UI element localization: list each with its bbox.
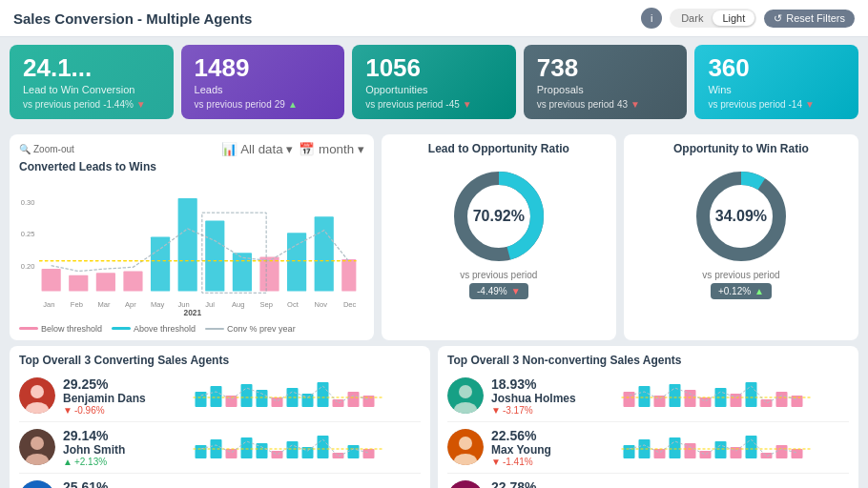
kpi-value: 24.1...: [23, 54, 160, 82]
svg-rect-43: [272, 397, 283, 407]
mini-chart: [156, 481, 421, 488]
arrow-up-icon: ▲: [288, 99, 298, 110]
bottom-area: Top Overall 3 Converting Sales Agents 29…: [0, 346, 868, 488]
agent-pct: 22.78%: [491, 479, 577, 488]
agent-name: John Smith: [63, 443, 149, 457]
svg-text:Mar: Mar: [97, 300, 111, 309]
svg-rect-86: [624, 392, 635, 407]
svg-text:0.20: 0.20: [21, 262, 35, 271]
kpi-value: 1056: [365, 54, 503, 82]
converted-leads-chart: 0.30 0.25 0.20 Jan: [19, 177, 364, 320]
opportunity-win-title: Opportunity to Win Ratio: [673, 142, 809, 155]
converted-leads-card: 🔍 Zoom-out 📊 All data ▾ 📅 month ▾ Conver…: [10, 134, 374, 340]
kpi-compare: vs previous period 43 ▼: [537, 99, 674, 110]
svg-rect-44: [287, 388, 299, 407]
agent-row: 18.93% Joshua Holmes ▼ -3.17%: [447, 371, 849, 422]
svg-rect-8: [151, 236, 170, 291]
svg-rect-39: [211, 386, 222, 407]
agent-name: Joshua Holmes: [491, 392, 577, 405]
lead-opportunity-title: Lead to Opportunity Ratio: [428, 142, 569, 155]
svg-text:Nov: Nov: [315, 300, 328, 309]
svg-rect-105: [670, 437, 681, 458]
legend-dot: [112, 327, 131, 330]
svg-text:Feb: Feb: [71, 300, 83, 309]
zoom-out-button[interactable]: 🔍 Zoom-out: [19, 144, 74, 154]
converted-leads-title: Converted Leads to Wins: [19, 160, 364, 173]
svg-rect-5: [69, 274, 88, 291]
all-data-button[interactable]: 📊 All data ▾: [221, 142, 293, 156]
kpi-label: Opportunities: [365, 84, 503, 95]
theme-toggle: Dark Light: [670, 9, 756, 28]
agent-info: 18.93% Joshua Holmes ▼ -3.17%: [491, 376, 577, 416]
svg-text:2021: 2021: [183, 307, 201, 316]
info-button[interactable]: i: [641, 8, 662, 29]
arrow-down-icon: ▼: [136, 99, 146, 110]
kpi-label: Wins: [708, 84, 845, 95]
mini-chart: [585, 430, 849, 464]
lead-opportunity-card: Lead to Opportunity Ratio 70.92% vs prev…: [382, 134, 616, 340]
svg-rect-47: [333, 399, 344, 407]
svg-text:0.25: 0.25: [21, 230, 35, 238]
agent-info: 22.56% Max Young ▼ -1.41%: [491, 428, 577, 467]
reset-filters-button[interactable]: ↺ Reset Filters: [764, 10, 855, 28]
svg-rect-97: [792, 396, 803, 407]
svg-rect-65: [363, 449, 375, 458]
svg-rect-92: [715, 388, 727, 407]
svg-point-36: [31, 385, 44, 398]
mini-chart: [585, 481, 849, 488]
agent-name: Max Young: [491, 443, 577, 457]
agent-row: 29.25% Benjamin Dans ▼ -0.96%: [19, 371, 421, 422]
svg-text:Aug: Aug: [232, 300, 244, 309]
top-nonconverting-title: Top Overall 3 Non-converting Sales Agent…: [447, 354, 849, 367]
svg-rect-6: [96, 273, 115, 291]
svg-rect-95: [761, 399, 773, 407]
svg-rect-63: [333, 453, 344, 458]
agent-pct: 29.25%: [63, 376, 149, 392]
legend-dot: [19, 327, 38, 330]
legend-prev: Conv % prev year: [205, 324, 296, 334]
agent-pct: 29.14%: [63, 428, 149, 443]
kpi-leads: 1489 Leads vs previous period 29 ▲: [181, 45, 345, 119]
dark-toggle[interactable]: Dark: [672, 10, 713, 26]
kpi-wins: 360 Wins vs previous period -14 ▼: [694, 45, 858, 119]
agent-change: ▼ -3.17%: [491, 405, 577, 416]
svg-rect-64: [348, 445, 360, 458]
opportunity-win-donut: 34.09%: [693, 169, 789, 264]
agent-change: ▼ -1.41%: [491, 457, 577, 467]
kpi-label: Proposals: [537, 84, 674, 95]
svg-rect-15: [341, 259, 356, 292]
kpi-value: 1489: [195, 54, 332, 82]
svg-rect-49: [363, 396, 375, 407]
agent-name: Benjamin Dans: [63, 392, 149, 405]
agent-row: 25.61% Jack Ding ▲ +0.18%: [19, 474, 421, 488]
mini-chart: [156, 378, 421, 413]
svg-rect-60: [287, 441, 299, 458]
svg-text:Jan: Jan: [43, 300, 54, 309]
lead-opp-change: -4.49% ▼: [469, 283, 528, 299]
svg-rect-104: [654, 449, 666, 458]
svg-rect-103: [639, 439, 651, 458]
svg-text:Oct: Oct: [287, 300, 300, 309]
svg-point-67: [19, 480, 55, 488]
month-button[interactable]: 📅 month ▾: [299, 142, 363, 156]
legend-dot: [205, 328, 224, 330]
svg-text:Apr: Apr: [125, 300, 136, 309]
svg-point-115: [447, 480, 484, 488]
svg-rect-7: [123, 271, 142, 291]
kpi-value: 738: [537, 54, 674, 82]
arrow-down-icon: ▼: [805, 99, 815, 110]
agent-row: 22.78% Anna Blent ▼ -3.03%: [447, 474, 849, 488]
agent-info: 29.14% John Smith ▲ +2.13%: [63, 428, 149, 467]
chart-legend: Below threshold Above threshold Conv % p…: [19, 324, 364, 340]
svg-rect-112: [776, 445, 788, 458]
opp-win-compare: vs previous period: [702, 270, 779, 280]
light-toggle[interactable]: Light: [713, 10, 754, 26]
svg-rect-59: [272, 451, 283, 458]
donut-value: 70.92%: [473, 208, 525, 225]
lead-opp-compare: vs previous period: [460, 270, 537, 280]
svg-rect-4: [42, 269, 61, 292]
svg-rect-102: [624, 445, 635, 458]
svg-rect-54: [196, 445, 207, 458]
avatar: [447, 429, 484, 465]
agent-change: ▲ +2.13%: [63, 457, 149, 467]
